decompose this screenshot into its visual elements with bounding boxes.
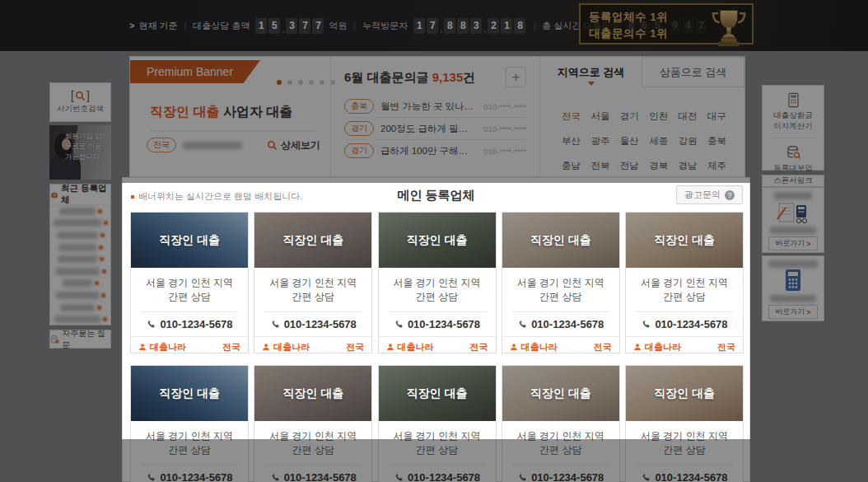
company-card[interactable]: 직장인 대출 서울 경기 인천 지역 간편 상담 010-1234-5678 대… (254, 212, 372, 353)
region-link[interactable]: 제주 (707, 160, 726, 172)
card-phone[interactable]: 010-1234-5678 (502, 466, 619, 482)
region-link[interactable]: 전국 (562, 110, 581, 123)
stat-counter: 15,377 (254, 18, 324, 34)
carousel-dot[interactable] (287, 80, 292, 85)
region-link[interactable]: 부산 (562, 135, 581, 147)
recent-company-item[interactable] (50, 229, 110, 241)
stat-label: 누적방문자 (362, 20, 408, 32)
inquiry-phone: 010-****-**** (483, 102, 526, 111)
company-card[interactable]: 직장인 대출 서울 경기 인천 지역 간편 상담 010-1234-5678 대… (625, 212, 744, 353)
region-link[interactable]: 대전 (679, 110, 698, 123)
recent-company-item[interactable] (50, 289, 110, 302)
region-link[interactable]: 경남 (679, 160, 698, 172)
region-link[interactable]: 강원 (679, 135, 698, 147)
recent-company-item[interactable] (50, 253, 110, 265)
card-company[interactable]: 대출나라 (633, 341, 681, 353)
phone-icon (641, 472, 651, 482)
carousel-dots[interactable] (277, 80, 335, 85)
calculator-icon (786, 92, 800, 108)
company-card[interactable]: 직장인 대출 서울 경기 인천 지역 간편 상담 010-1234-5678 대… (625, 365, 744, 482)
recent-company-item[interactable] (50, 278, 110, 290)
person-icon (633, 343, 642, 351)
inquiry-item[interactable]: 경기 200정도 급하게 필요합니... 010-****-**** (344, 117, 526, 139)
company-card[interactable]: 직장인 대출 서울 경기 인천 지역 간편 상담 010-1234-5678 대… (502, 212, 620, 353)
inquiry-more-button[interactable]: + (506, 67, 526, 87)
phone-icon (394, 472, 404, 482)
card-banner-title: 직장인 대출 (407, 386, 468, 401)
carousel-dot[interactable] (309, 80, 314, 85)
region-link[interactable]: 인천 (649, 110, 668, 123)
region-link[interactable]: 충북 (707, 135, 726, 147)
card-banner-title: 직장인 대출 (530, 386, 591, 401)
counter-digit: 8 (514, 18, 525, 34)
person-icon (138, 343, 147, 351)
card-banner-image: 직장인 대출 (626, 213, 743, 268)
card-phone[interactable]: 010-1234-5678 (379, 466, 496, 482)
card-company[interactable]: 대출나라 (510, 341, 558, 353)
company-card[interactable]: 직장인 대출 서울 경기 인천 지역 간편 상담 010-1234-5678 대… (502, 365, 620, 482)
recent-company-item[interactable] (50, 313, 110, 325)
card-phone[interactable]: 010-1234-5678 (626, 312, 743, 336)
tab-product-search[interactable]: 상품으로 검색 (642, 57, 744, 87)
ad-inquiry-button[interactable]: 광고문의 ? (676, 185, 743, 204)
card-company[interactable]: 대출나라 (262, 341, 310, 353)
card-phone[interactable]: 010-1234-5678 (254, 312, 371, 336)
region-link[interactable]: 전북 (590, 160, 609, 172)
company-card[interactable]: 직장인 대출 서울 경기 인천 지역 간편 상담 010-1234-5678 대… (130, 365, 249, 482)
region-badge: 전국 (147, 138, 176, 152)
company-card[interactable]: 직장인 대출 서울 경기 인천 지역 간편 상담 010-1234-5678 대… (378, 365, 497, 482)
sponsor-banner[interactable]: 바로가기> (762, 187, 824, 253)
card-phone[interactable]: 010-1234-5678 (379, 312, 496, 336)
company-card[interactable]: 직장인 대출 서울 경기 인천 지역 간편 상담 010-1234-5678 대… (130, 212, 249, 353)
recent-company-item[interactable] (50, 218, 110, 230)
tools-box: 대출상환금 이자계산기 등록대부업체 통합조회 (762, 85, 824, 171)
card-phone[interactable]: 010-1234-5678 (502, 312, 619, 336)
premium-company-row[interactable]: 전국 상세보기 (147, 138, 320, 152)
building-icon (50, 190, 58, 199)
region-link[interactable]: 울산 (620, 135, 639, 147)
company-card[interactable]: 직장인 대출 서울 경기 인천 지역 간편 상담 010-1234-5678 대… (378, 212, 497, 353)
card-phone[interactable]: 010-1234-5678 (254, 466, 371, 482)
region-link[interactable]: 전남 (620, 160, 639, 172)
company-card[interactable]: 직장인 대출 서울 경기 인천 지역 간편 상담 010-1234-5678 대… (254, 365, 372, 482)
faq-button[interactable]: ? 자주묻는 질문 (49, 330, 111, 349)
recent-company-item[interactable] (50, 205, 110, 218)
recent-company-item[interactable] (50, 241, 110, 254)
sponsor-banner[interactable]: 바로가기> (762, 255, 824, 321)
card-company[interactable]: 대출나라 (386, 341, 434, 353)
inquiry-item[interactable]: 충북 월변 가능한 곳 있나요? 소... 010-****-**** (344, 96, 526, 117)
card-phone[interactable]: 010-1234-5678 (626, 466, 743, 482)
counter-digit: 2 (488, 18, 499, 34)
card-banner-image: 직장인 대출 (131, 213, 248, 268)
fraud-number-search[interactable]: [] 사기번호검색 (49, 82, 111, 122)
recent-company-item[interactable] (50, 302, 110, 314)
card-banner-image: 직장인 대출 (502, 366, 619, 421)
detail-link[interactable]: 상세보기 (267, 138, 320, 152)
recent-company-item[interactable] (50, 265, 110, 278)
chevron-right-icon (129, 21, 138, 30)
promo-photo[interactable]: 회원가입 없이 무료로 이용 가능합니다. (49, 125, 111, 180)
card-company[interactable]: 대출나라 (138, 341, 186, 353)
region-search-section: 지역으로 검색 상품으로 검색 전국서울경기인천대전대구부산광주울산세종강원충북… (540, 57, 744, 176)
tab-region-search[interactable]: 지역으로 검색 (540, 57, 642, 87)
carousel-dot[interactable] (320, 80, 324, 85)
region-link[interactable]: 충남 (562, 160, 581, 172)
region-link[interactable]: 세종 (649, 135, 668, 147)
region-link[interactable]: 서울 (590, 110, 609, 123)
region-link[interactable]: 경북 (649, 160, 668, 172)
region-link[interactable]: 대구 (707, 110, 726, 123)
carousel-dot[interactable] (298, 80, 303, 85)
region-link[interactable]: 경기 (620, 110, 639, 123)
go-button[interactable]: 바로가기> (768, 305, 817, 319)
go-button[interactable]: 바로가기> (768, 236, 817, 250)
carousel-dot[interactable] (277, 80, 282, 85)
inquiry-title: 6월 대출문의글 9,135건 (344, 67, 475, 87)
region-link[interactable]: 광주 (590, 135, 609, 147)
card-phone[interactable]: 010-1234-5678 (131, 466, 248, 482)
inquiry-item[interactable]: 경기 급하게 100만 구해봅니다 010-****-**** (344, 139, 526, 161)
counter-digit: 3 (286, 18, 297, 34)
card-banner-title: 직장인 대출 (407, 233, 468, 248)
question-icon: ? (725, 190, 735, 200)
card-phone[interactable]: 010-1234-5678 (131, 312, 248, 336)
loan-calculator-link[interactable]: 대출상환금 이자계산기 (773, 86, 813, 132)
